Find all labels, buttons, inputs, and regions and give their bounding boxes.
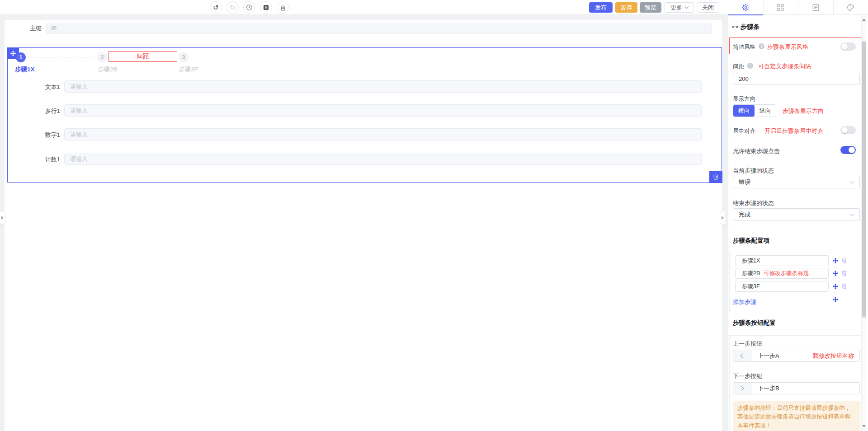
redo-icon: ↻ [230, 4, 236, 11]
direction-vertical-option[interactable]: 纵向 [755, 105, 776, 117]
palette-icon [847, 4, 854, 11]
scroll-up-arrow-icon[interactable] [862, 19, 866, 21]
simple-style-label: 简洁风格 [733, 43, 755, 51]
field-label-counter1: 计数1 [24, 155, 60, 164]
step-config-input-1[interactable]: 步骤1X [735, 255, 829, 266]
primary-key-input[interactable] [46, 23, 712, 34]
gear-icon [742, 4, 750, 11]
field-label-text1: 文本1 [24, 83, 60, 91]
direction-horizontal-option[interactable]: 横向 [733, 105, 755, 117]
components-grid-icon [777, 4, 784, 11]
end-status-value: 完成 [739, 211, 750, 219]
spacing-annotation-box: 间距 [108, 51, 177, 62]
prev-button-icon-box[interactable] [733, 350, 751, 361]
clipboard-clear-icon [263, 4, 269, 11]
form-outline-icon [812, 4, 820, 11]
current-status-select[interactable]: 错误 [733, 176, 860, 188]
simple-style-toggle[interactable] [840, 42, 856, 51]
step-config-input-3[interactable]: 步骤3F [735, 281, 829, 292]
history-toolbar: ↺ ↻ [210, 1, 289, 14]
primary-key-label: 主键 [14, 24, 42, 33]
step-3-circle[interactable]: 3 [179, 52, 189, 62]
simple-style-annotation: 步骤条展示风格 [767, 43, 808, 51]
delete-button[interactable] [277, 1, 289, 14]
prev-button-group: 上一步A 颗修改按钮名称 [733, 350, 860, 362]
field-input-text1[interactable]: 请输入 [64, 80, 702, 93]
delete-step-icon[interactable] [841, 258, 847, 263]
field-input-counter1[interactable]: 请输入 [64, 153, 702, 165]
left-panel-collapse-handle[interactable] [0, 211, 5, 225]
chevron-left-icon [741, 354, 745, 358]
spacing-input[interactable]: 200 [733, 73, 860, 85]
current-status-value: 错误 [739, 178, 750, 186]
prev-button-name-input[interactable]: 上一步A 颗修改按钮名称 [751, 350, 859, 361]
tab-settings[interactable] [728, 0, 763, 15]
step-2-circle[interactable]: 2 [97, 52, 107, 62]
move-step-icon[interactable] [832, 270, 839, 276]
field-input-number1[interactable]: 请输入 [64, 128, 702, 141]
step-config-input-2[interactable]: 步骤2B 可修改步骤条标题 [735, 268, 829, 279]
clock-icon [246, 4, 253, 11]
next-button-name-value: 下一步B [758, 384, 779, 393]
tab-components[interactable] [763, 0, 798, 15]
prev-button-annotation: 颗修改按钮名称 [813, 352, 854, 360]
more-button[interactable]: 更多 [665, 2, 694, 13]
move-step-icon[interactable] [832, 258, 839, 264]
center-align-label: 居中对齐 [733, 127, 755, 135]
move-step-icon[interactable] [832, 283, 839, 290]
steps-button-warning: 步骤条的按钮：目前只支持最顶层步骤条的，其他层需要放步骤条请自行增加按钮和表单脚… [733, 401, 860, 431]
add-step-link[interactable]: 添加步骤 [733, 298, 756, 306]
scrollbar-thumb[interactable] [862, 41, 866, 318]
chevron-right-icon [1, 216, 4, 220]
clear-canvas-button[interactable] [260, 1, 272, 14]
step-1-label[interactable]: 步骤1X [15, 66, 35, 74]
center-align-toggle[interactable] [840, 126, 856, 134]
field-label-multiline1: 多行1 [24, 107, 60, 115]
save-draft-button[interactable]: 暂存 [615, 2, 637, 13]
right-panel-collapse-handle[interactable] [720, 211, 725, 225]
chevron-right-icon [722, 216, 724, 220]
chevron-down-icon [849, 178, 854, 183]
publish-button[interactable]: 发布 [589, 2, 613, 13]
direction-annotation: 步骤条展示方向 [783, 107, 824, 115]
delete-step-icon[interactable] [841, 283, 847, 289]
canvas-area: 主键 1 2 3 间距 步骤1X 步骤2B 步骤3F [0, 15, 728, 431]
step-2-label[interactable]: 步骤2B [98, 66, 118, 74]
field-label-number1: 数字1 [24, 131, 60, 139]
trash-icon [280, 5, 286, 11]
close-button[interactable]: 关闭 [698, 2, 718, 13]
field-input-multiline1[interactable]: 请输入 [64, 104, 702, 117]
end-status-select[interactable]: 完成 [733, 208, 860, 221]
center-align-annotation: 开启后步骤条居中对齐 [764, 127, 823, 135]
redo-button[interactable]: ↻ [226, 1, 239, 14]
undo-icon: ↺ [213, 4, 219, 11]
tab-theme[interactable] [833, 0, 868, 15]
next-button-icon-box[interactable] [733, 383, 751, 394]
steps-icon [732, 25, 739, 29]
spacing-annotation: 可自定义步骤条间隔 [758, 62, 811, 70]
step-3-label[interactable]: 步骤3F [179, 66, 198, 74]
form-canvas[interactable]: 主键 1 2 3 间距 步骤1X 步骤2B 步骤3F [5, 20, 722, 431]
step-config-value-2: 步骤2B [742, 270, 760, 277]
settings-panel: 步骤条 简洁风格 ? 步骤条展示风格 间距 ? 可自定义步骤条间隔 200 显示… [728, 15, 868, 431]
current-status-label: 当前步骤的状态 [733, 167, 774, 175]
move-icon [10, 50, 16, 56]
next-button-name-input[interactable]: 下一步B [751, 383, 859, 394]
help-icon: ? [747, 63, 753, 69]
allow-end-click-toggle[interactable] [840, 146, 856, 154]
undo-button[interactable]: ↺ [210, 1, 222, 14]
step-1-circle[interactable]: 1 [16, 52, 26, 62]
prev-button-label: 上一步按钮 [733, 340, 762, 348]
buttons-config-heading: 步骤条按钮配置 [733, 319, 776, 327]
top-toolbar: ↺ ↻ 发布 暂存 预览 更多 关闭 [0, 0, 868, 15]
next-button-label: 下一步按钮 [733, 372, 762, 380]
preview-button[interactable]: 预览 [640, 2, 661, 13]
component-delete-button[interactable] [709, 171, 722, 183]
delete-step-icon[interactable] [841, 270, 847, 276]
step-connector [28, 57, 95, 57]
history-button[interactable] [243, 1, 255, 14]
move-step-icon[interactable] [832, 296, 839, 303]
tab-form-outline[interactable] [798, 0, 833, 15]
panel-title: 步骤条 [741, 23, 760, 31]
scroll-down-arrow-icon[interactable] [862, 425, 866, 427]
